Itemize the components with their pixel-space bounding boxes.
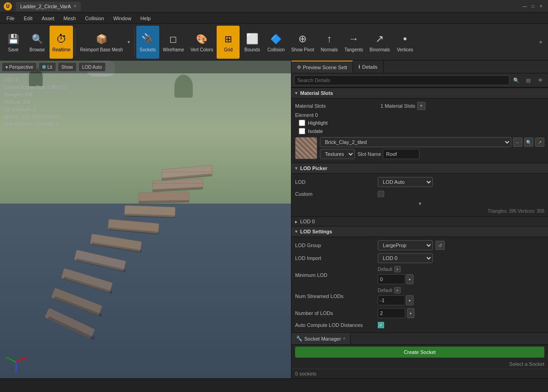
lod-import-value: LOD 0	[378, 253, 544, 263]
toolbar-divider-2	[134, 28, 134, 56]
toolbar-realtime-button[interactable]: ⏱ Realtime	[50, 26, 73, 59]
material-slots-section-header[interactable]: ▾ Material Slots	[291, 88, 548, 99]
menu-asset[interactable]: Asset	[37, 15, 59, 22]
search-grid-button[interactable]: ▤	[523, 75, 533, 85]
toolbar-bounds-button[interactable]: ⬜ Bounds	[240, 26, 263, 59]
num-lods-row: Number of LODs ▸	[291, 307, 548, 320]
menu-file[interactable]: File	[2, 15, 19, 22]
toolbar-save-button[interactable]: 💾 Save	[2, 26, 25, 59]
auto-compute-label: Auto Compute LOD Distances	[295, 322, 378, 328]
toolbar-reimport-arrow[interactable]: ▾	[126, 26, 132, 59]
lod-settings-section-header[interactable]: ▾ LOD Settings	[291, 226, 548, 237]
tab-details[interactable]: ℹ Details	[353, 61, 384, 73]
lod-group-row: LOD Group LargeProp ↺	[291, 239, 548, 252]
toolbar-grid-button[interactable]: ⊞ Grid	[217, 26, 240, 59]
num-streamed-input[interactable]	[378, 295, 405, 305]
maximize-button[interactable]: □	[530, 3, 536, 10]
collision-label: Collision	[268, 47, 285, 52]
menu-window[interactable]: Window	[109, 15, 136, 22]
expand-icon: »	[539, 39, 542, 44]
toolbar-reimport-button[interactable]: 📦 Reimport Base Mesh	[77, 26, 125, 59]
menu-edit[interactable]: Edit	[19, 15, 37, 22]
toolbar-browse-button[interactable]: 🔍 Browse	[26, 26, 49, 59]
min-lod-input-wrap: ▸	[378, 274, 414, 284]
close-button[interactable]: ×	[538, 3, 544, 10]
toolbar-normals-button[interactable]: ↑ Normals	[318, 26, 341, 59]
viewport-perspective-dropdown[interactable]: ▾ Perspective	[2, 62, 37, 72]
tab-preview-scene[interactable]: ⚙ Preview Scene Sett	[291, 61, 353, 73]
auto-compute-checkbox[interactable]	[378, 322, 384, 328]
toolbar-sockets-button[interactable]: 🔌 Sockets	[136, 26, 159, 59]
socket-manager-tab[interactable]: 🔧 Socket Manager ×	[291, 333, 351, 344]
preview-tab-label: Preview Scene Sett	[303, 65, 347, 70]
lod-picker-section-header[interactable]: ▾ LOD Picker	[291, 163, 548, 174]
toolbar-showpivot-button[interactable]: ⊕ Show Pivot	[288, 26, 317, 59]
create-socket-button[interactable]: Create Socket	[295, 347, 544, 358]
panel-body[interactable]: ▾ Material Slots Material Slots 1 Materi…	[291, 88, 548, 332]
toolbar-expand-button[interactable]: »	[535, 26, 546, 59]
search-input[interactable]	[294, 75, 509, 85]
slot-name-input[interactable]	[383, 149, 419, 159]
material-type-select[interactable]: Textures	[320, 149, 355, 159]
material-open-button[interactable]: ↗	[535, 138, 544, 147]
down-arrow-icon: ▾	[291, 199, 548, 208]
viewport-show-button[interactable]: Show	[58, 62, 77, 72]
menu-collision[interactable]: Collision	[80, 15, 109, 22]
lod0-title: LOD 0	[300, 219, 315, 224]
toolbar-collision-button[interactable]: 🔷 Collision	[264, 26, 287, 59]
panel-tabs: ⚙ Preview Scene Sett ℹ Details	[291, 61, 548, 73]
num-lods-stepper[interactable]: ▸	[407, 308, 414, 318]
lod-row: LOD LOD Auto	[291, 176, 548, 188]
tab-close-icon[interactable]: ×	[73, 4, 76, 9]
viewport-lit-button[interactable]: Lit	[39, 62, 56, 72]
material-slots-count: 1 Material Slots	[380, 103, 415, 109]
num-lods-input[interactable]	[378, 308, 405, 318]
viewport-lod-button[interactable]: LOD Auto	[78, 62, 106, 72]
toolbar-vertcolors-button[interactable]: 🎨 Vert Colors	[188, 26, 216, 59]
min-lod-input[interactable]	[378, 274, 405, 284]
num-streamed-value-area: Default + ▸	[378, 287, 544, 305]
material-back-button[interactable]: ←	[513, 138, 522, 147]
toolbar-binormals-button[interactable]: ↗ Binormals	[367, 26, 392, 59]
toolbar-vertices-button[interactable]: • Vertices	[394, 26, 417, 59]
menu-bar: File Edit Asset Mesh Collision Window He…	[0, 13, 548, 24]
document-tab[interactable]: Ladder_2_Circle_VarA ×	[16, 2, 81, 11]
select-socket-label: Select a Socket	[291, 359, 548, 369]
lod-group-reset-button[interactable]: ↺	[436, 241, 445, 250]
menu-help[interactable]: Help	[136, 15, 156, 22]
num-lods-label: Number of LODs	[295, 310, 378, 316]
toolbar-tangents-button[interactable]: → Tangents	[341, 26, 366, 59]
material-slots-arrow-icon: ▾	[295, 91, 297, 95]
axis-widget: X Y Z	[5, 351, 28, 374]
viewport[interactable]: ▾ Perspective Lit Show LOD Auto LOD: 0 C…	[0, 61, 291, 378]
num-streamed-plus-button[interactable]: +	[394, 287, 401, 293]
normals-label: Normals	[321, 47, 338, 52]
search-eye-button[interactable]: 👁	[535, 75, 545, 85]
isolate-checkbox[interactable]	[299, 128, 305, 134]
highlight-checkbox[interactable]	[299, 120, 305, 126]
lod-select[interactable]: LOD Auto	[378, 177, 433, 187]
lod0-section-header[interactable]: ▸ LOD 0	[291, 216, 548, 226]
material-slots-add-button[interactable]: +	[417, 102, 425, 110]
lod-group-select[interactable]: LargeProp	[378, 240, 433, 250]
auto-compute-value	[378, 322, 544, 328]
details-tab-label: Details	[362, 64, 378, 70]
num-streamed-stepper[interactable]: ▸	[406, 295, 414, 305]
toolbar-wireframe-button[interactable]: ◻ Wireframe	[160, 26, 187, 59]
socket-tab-close-icon[interactable]: ×	[343, 336, 346, 341]
menu-mesh[interactable]: Mesh	[59, 15, 80, 22]
minimize-button[interactable]: —	[521, 3, 528, 10]
browse-label: Browse	[29, 47, 45, 52]
material-slot-0: Brick_Clay_2_tiled ← 🔍 ↗ Textures	[291, 135, 548, 161]
material-find-button[interactable]: 🔍	[524, 138, 533, 147]
status-bar	[0, 378, 548, 392]
lod-import-select[interactable]: LOD 0	[378, 253, 433, 263]
material-name-select[interactable]: Brick_Clay_2_tiled	[320, 137, 511, 147]
lod-label: LOD Auto	[82, 65, 102, 70]
socket-wrench-icon: 🔧	[296, 336, 302, 342]
custom-checkbox-display[interactable]	[378, 191, 384, 197]
search-submit-button[interactable]: 🔍	[511, 75, 521, 85]
min-lod-stepper[interactable]: ▸	[406, 274, 414, 284]
lod-label: LOD	[295, 179, 378, 185]
min-lod-plus-button[interactable]: +	[394, 266, 401, 272]
